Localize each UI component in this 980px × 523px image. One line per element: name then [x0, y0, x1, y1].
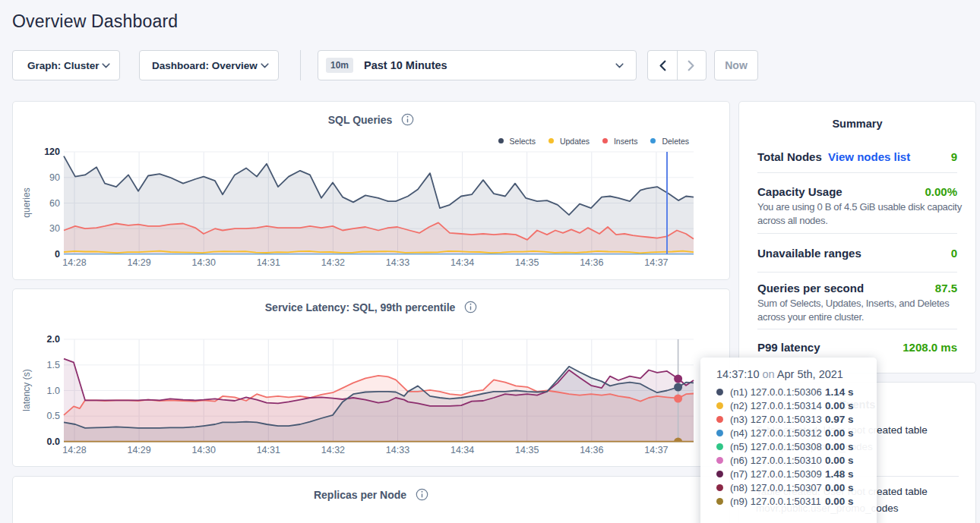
svg-text:60: 60	[49, 198, 60, 209]
svg-text:14:33: 14:33	[386, 257, 409, 268]
svg-text:14:28: 14:28	[62, 445, 86, 455]
svg-text:14:34: 14:34	[450, 257, 474, 268]
svg-text:14:37: 14:37	[644, 445, 668, 455]
svg-text:queries: queries	[21, 187, 32, 217]
svg-text:90: 90	[49, 172, 60, 183]
svg-text:14:29: 14:29	[127, 445, 150, 455]
svg-text:latency (s): latency (s)	[21, 369, 32, 411]
svg-text:1.0: 1.0	[47, 386, 60, 396]
svg-text:14:34: 14:34	[450, 445, 474, 455]
svg-text:30: 30	[49, 223, 60, 234]
svg-text:14:31: 14:31	[257, 445, 280, 455]
svg-text:14:31: 14:31	[257, 257, 280, 268]
svg-text:0.5: 0.5	[47, 411, 60, 421]
svg-text:14:33: 14:33	[386, 445, 409, 455]
svg-text:14:36: 14:36	[580, 257, 603, 268]
svg-text:14:30: 14:30	[192, 445, 216, 455]
svg-text:14:32: 14:32	[321, 445, 345, 455]
svg-text:1.5: 1.5	[47, 360, 60, 370]
svg-text:0: 0	[55, 249, 60, 260]
svg-text:14:35: 14:35	[515, 257, 539, 268]
svg-text:120: 120	[44, 147, 60, 157]
svg-text:14:37: 14:37	[644, 257, 668, 268]
svg-text:14:28: 14:28	[62, 257, 86, 268]
svg-text:14:35: 14:35	[515, 445, 539, 455]
svg-text:14:32: 14:32	[321, 257, 345, 268]
svg-text:14:36: 14:36	[580, 445, 603, 455]
svg-text:2.0: 2.0	[47, 334, 60, 345]
svg-text:14:29: 14:29	[127, 257, 150, 268]
svg-text:14:30: 14:30	[192, 257, 216, 268]
svg-text:0.0: 0.0	[47, 436, 60, 447]
